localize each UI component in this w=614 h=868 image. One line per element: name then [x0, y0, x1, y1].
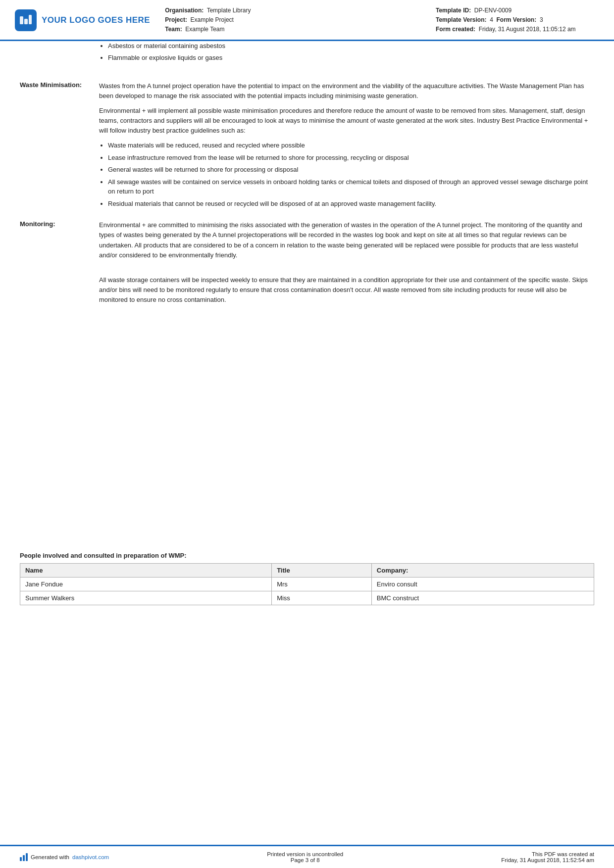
list-item: General wastes will be returned to shore… [108, 165, 594, 175]
row2-title: Miss [272, 591, 372, 605]
form-created-label: Form created: [436, 26, 475, 33]
page-header: YOUR LOGO GOES HERE Organisation: Templa… [0, 0, 614, 41]
project-row: Project: Example Project [165, 15, 436, 25]
team-label: Team: [165, 26, 182, 33]
waste-minimisation-label: Waste Minimisation: [20, 81, 99, 214]
generated-text: Generated with [31, 854, 69, 860]
template-version-value: 4 [490, 16, 493, 23]
list-item: Asbestos or material containing asbestos [108, 41, 594, 51]
waste-minimisation-body: Wastes from the A tunnel project operati… [99, 81, 594, 214]
logo-icon [15, 9, 37, 31]
template-version-label: Template Version: [436, 16, 486, 23]
team-value: Example Team [185, 26, 224, 33]
people-table: Name Title Company: Jane Fondue Mrs Envi… [20, 563, 594, 605]
monitoring-label: Monitoring: [20, 220, 99, 310]
dashpivot-icon [20, 853, 28, 861]
list-item: Residual materials that cannot be reused… [108, 199, 594, 209]
row1-company: Enviro consult [371, 577, 594, 591]
waste-para-1: Wastes from the A tunnel project operati… [99, 81, 594, 101]
monitoring-para-2: All waste storage containers will be ins… [99, 275, 594, 305]
logo-section: YOUR LOGO GOES HERE [15, 6, 150, 35]
row2-name: Summer Walkers [20, 591, 272, 605]
people-table-section: People involved and consulted in prepara… [0, 552, 614, 615]
row1-title: Mrs [272, 577, 372, 591]
footer-center-line2: Page 3 of 8 [267, 857, 343, 863]
footer-right: This PDF was created at Friday, 31 Augus… [501, 851, 594, 863]
org-row: Organisation: Template Library [165, 6, 436, 15]
team-row: Team: Example Team [165, 25, 436, 34]
top-bullet-list: Asbestos or material containing asbestos… [108, 41, 594, 63]
col-title-header: Title [272, 563, 372, 577]
list-item: Lease infrastructure removed from the le… [108, 153, 594, 163]
org-label: Organisation: [165, 7, 204, 14]
svg-rect-1 [24, 19, 28, 24]
waste-para-2: Environmental + will implement all possi… [99, 106, 594, 136]
project-value: Example Project [191, 16, 234, 23]
org-value: Template Library [207, 7, 251, 14]
row1-name: Jane Fondue [20, 577, 272, 591]
list-item: All sewage wastes will be contained on s… [108, 177, 594, 196]
svg-rect-2 [29, 15, 32, 24]
waste-bullet-list: Waste materials will be reduced, reused … [108, 141, 594, 208]
form-created-value: Friday, 31 August 2018, 11:05:12 am [479, 26, 576, 33]
top-bullets-section: Asbestos or material containing asbestos… [0, 41, 614, 72]
form-version-value: 3 [540, 16, 543, 23]
row2-company: BMC construct [371, 591, 594, 605]
header-right: Template ID: DP-ENV-0009 Template Versio… [436, 6, 594, 35]
template-id-row: Template ID: DP-ENV-0009 [436, 6, 594, 15]
monitoring-section: Monitoring: Environmental + are committe… [20, 220, 594, 310]
template-id-label: Template ID: [436, 7, 471, 14]
form-version-label: Form Version: [497, 16, 537, 23]
footer-center: Printed version is uncontrolled Page 3 o… [267, 851, 343, 863]
col-name-header: Name [20, 563, 272, 577]
footer-left: Generated with dashpivot.com [20, 853, 109, 861]
waste-minimisation-section: Waste Minimisation: Wastes from the A tu… [20, 81, 594, 214]
svg-rect-0 [20, 16, 23, 24]
monitoring-body: Environmental + are committed to minimis… [99, 220, 594, 310]
page-spacer [0, 615, 614, 845]
project-label: Project: [165, 16, 187, 23]
template-id-value: DP-ENV-0009 [474, 7, 512, 14]
table-row: Jane Fondue Mrs Enviro consult [20, 577, 594, 591]
header-meta: Organisation: Template Library Project: … [165, 6, 436, 35]
dashpivot-link[interactable]: dashpivot.com [72, 854, 109, 860]
main-content: Waste Minimisation: Wastes from the A tu… [0, 72, 614, 552]
footer-right-line1: This PDF was created at [501, 851, 594, 857]
page-footer: Generated with dashpivot.com Printed ver… [0, 845, 614, 868]
table-heading: People involved and consulted in prepara… [20, 552, 594, 559]
monitoring-para-1: Environmental + are committed to minimis… [99, 220, 594, 260]
footer-right-line2: Friday, 31 August 2018, 11:52:54 am [501, 857, 594, 863]
table-header-row: Name Title Company: [20, 563, 594, 577]
list-item: Flammable or explosive liquids or gases [108, 53, 594, 63]
footer-center-line1: Printed version is uncontrolled [267, 851, 343, 857]
form-created-row: Form created: Friday, 31 August 2018, 11… [436, 25, 594, 34]
template-version-row: Template Version: 4 Form Version: 3 [436, 15, 594, 25]
list-item: Waste materials will be reduced, reused … [108, 141, 594, 150]
logo-text: YOUR LOGO GOES HERE [42, 15, 150, 25]
col-company-header: Company: [371, 563, 594, 577]
table-row: Summer Walkers Miss BMC construct [20, 591, 594, 605]
